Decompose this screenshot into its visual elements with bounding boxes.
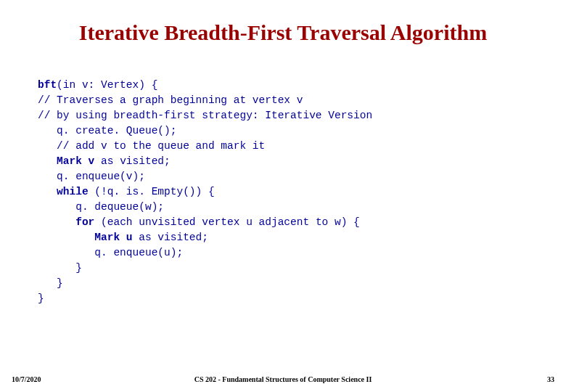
code-line: Mark v as visited; (38, 155, 171, 167)
footer-date: 10/7/2020 (12, 375, 41, 383)
code-text: (in v: Vertex) { (57, 79, 157, 91)
code-line: q. enqueue(u); (38, 247, 183, 258)
code-line: // add v to the queue and mark it (38, 140, 265, 152)
code-line: q. dequeue(w); (38, 201, 164, 213)
code-line: } (38, 277, 63, 289)
code-line: q. create. Queue(); (38, 125, 176, 136)
code-text: (!q. is. Empty()) { (89, 186, 215, 197)
kw-mark: Mark u (38, 232, 133, 243)
code-line: while (!q. is. Empty()) { (38, 186, 215, 197)
code-line: } (38, 262, 82, 274)
footer-center: CS 202 - Fundamental Structures of Compu… (0, 375, 566, 383)
footer-page-number: 33 (547, 375, 554, 383)
code-line: // Traverses a graph beginning at vertex… (38, 94, 303, 106)
code-line: for (each unvisited vertex u adjacent to… (38, 216, 360, 228)
code-line: bft(in v: Vertex) { (38, 79, 157, 91)
code-line: Mark u as visited; (38, 232, 208, 243)
code-line: } (38, 293, 44, 304)
kw-for: for (38, 216, 94, 228)
code-line: // by using breadth-first strategy: Iter… (38, 110, 372, 121)
code-text: as visited; (94, 155, 170, 167)
slide-title: Iterative Breadth-First Traversal Algori… (29, 0, 537, 62)
slide-footer: 10/7/2020 CS 202 - Fundamental Structure… (0, 375, 566, 383)
code-text: as visited; (133, 232, 208, 243)
code-text: (each unvisited vertex u adjacent to w) … (94, 216, 359, 228)
kw-mark: Mark v (38, 155, 94, 167)
code-block: bft(in v: Vertex) { // Traverses a graph… (0, 62, 566, 306)
kw-bft: bft (38, 79, 57, 91)
kw-while: while (38, 186, 89, 197)
code-line: q. enqueue(v); (38, 171, 145, 182)
